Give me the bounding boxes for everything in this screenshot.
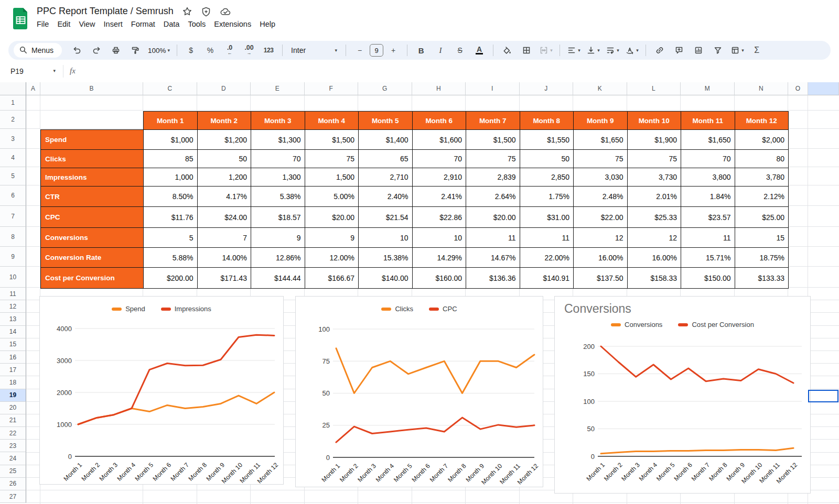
value-cell[interactable]: 16.00% bbox=[574, 248, 628, 268]
row-header-9[interactable]: 9 bbox=[0, 247, 26, 267]
value-cell[interactable]: 14.29% bbox=[412, 248, 466, 268]
month-header-cell[interactable]: Month 8 bbox=[520, 112, 574, 130]
cloud-saved-icon[interactable] bbox=[220, 6, 231, 17]
row-header-27[interactable]: 27 bbox=[0, 490, 26, 503]
fill-color-button[interactable] bbox=[498, 43, 517, 58]
month-header-cell[interactable]: Month 7 bbox=[466, 112, 520, 130]
value-cell[interactable]: $166.67 bbox=[305, 268, 359, 289]
row-header-8[interactable]: 8 bbox=[0, 227, 26, 247]
value-cell[interactable]: 11 bbox=[681, 228, 735, 248]
value-cell[interactable]: 5 bbox=[144, 228, 198, 248]
row-header-23[interactable]: 23 bbox=[0, 440, 26, 452]
value-cell[interactable]: 16.00% bbox=[627, 248, 681, 268]
value-cell[interactable]: 18.75% bbox=[735, 248, 789, 268]
value-cell[interactable]: 2.48% bbox=[574, 187, 628, 207]
chart-spend-impressions[interactable]: 01000200030004000Month 1Month 2Month 3Mo… bbox=[39, 296, 284, 485]
value-cell[interactable]: $160.00 bbox=[412, 268, 466, 289]
menu-data[interactable]: Data bbox=[159, 18, 184, 30]
row-header-3[interactable]: 3 bbox=[0, 129, 26, 149]
row-header-14[interactable]: 14 bbox=[0, 326, 26, 338]
value-cell[interactable]: 8.50% bbox=[144, 187, 198, 207]
menu-insert[interactable]: Insert bbox=[100, 18, 127, 30]
metric-label-cell[interactable]: Conversion Rate bbox=[41, 248, 144, 268]
menu-help[interactable]: Help bbox=[255, 18, 279, 30]
value-cell[interactable]: 12.86% bbox=[251, 248, 305, 268]
value-cell[interactable]: 70 bbox=[681, 150, 735, 168]
row-header-12[interactable]: 12 bbox=[0, 300, 26, 313]
value-cell[interactable]: 15.71% bbox=[681, 248, 735, 268]
value-cell[interactable]: 75 bbox=[466, 150, 520, 168]
redo-button[interactable] bbox=[87, 43, 106, 58]
value-cell[interactable]: 2,850 bbox=[520, 168, 574, 187]
value-cell[interactable]: 2,710 bbox=[359, 168, 413, 187]
menu-format[interactable]: Format bbox=[127, 18, 159, 30]
menu-file[interactable]: File bbox=[33, 18, 53, 30]
zoom-select[interactable]: 100% ▾ bbox=[145, 43, 173, 58]
value-cell[interactable]: 1,200 bbox=[197, 168, 251, 187]
value-cell[interactable]: $18.57 bbox=[251, 207, 305, 228]
row-header-17[interactable]: 17 bbox=[0, 364, 26, 376]
value-cell[interactable]: $1,400 bbox=[359, 130, 413, 150]
decrease-decimal-button[interactable]: .0← bbox=[220, 43, 239, 58]
month-header-cell[interactable]: Month 6 bbox=[412, 112, 466, 130]
value-cell[interactable]: 10 bbox=[412, 228, 466, 248]
metric-label-cell[interactable]: Conversions bbox=[41, 228, 144, 248]
value-cell[interactable]: $1,550 bbox=[520, 130, 574, 150]
value-cell[interactable]: 75 bbox=[305, 150, 359, 168]
value-cell[interactable]: 70 bbox=[412, 150, 466, 168]
value-cell[interactable]: $140.91 bbox=[520, 268, 574, 289]
column-header-e[interactable]: E bbox=[251, 82, 305, 95]
value-cell[interactable]: 1.84% bbox=[681, 187, 735, 207]
value-cell[interactable]: 5.00% bbox=[305, 187, 359, 207]
value-cell[interactable]: 1,300 bbox=[251, 168, 305, 187]
month-header-cell[interactable]: Month 4 bbox=[305, 112, 359, 130]
value-cell[interactable]: $144.44 bbox=[251, 268, 305, 289]
bold-button[interactable]: B bbox=[412, 43, 431, 58]
row-header-20[interactable]: 20 bbox=[0, 402, 26, 414]
name-box[interactable]: P19 ▾ bbox=[7, 67, 59, 75]
month-header-cell[interactable]: Month 11 bbox=[681, 112, 735, 130]
value-cell[interactable]: $158.33 bbox=[627, 268, 681, 289]
row-header-26[interactable]: 26 bbox=[0, 478, 26, 490]
value-cell[interactable]: $11.76 bbox=[144, 207, 198, 228]
value-cell[interactable]: 1,500 bbox=[305, 168, 359, 187]
chart-conversions[interactable]: 050100150200Month 1Month 2Month 3Month 4… bbox=[554, 296, 811, 494]
value-cell[interactable]: 2.40% bbox=[359, 187, 413, 207]
value-cell[interactable]: 70 bbox=[251, 150, 305, 168]
value-cell[interactable]: 3,780 bbox=[735, 168, 789, 187]
insert-chart-button[interactable] bbox=[689, 43, 708, 58]
value-cell[interactable]: $1,500 bbox=[305, 130, 359, 150]
functions-button[interactable]: Σ bbox=[747, 43, 766, 58]
text-rotation-button[interactable]: ▾ bbox=[622, 43, 641, 58]
value-cell[interactable]: 65 bbox=[359, 150, 413, 168]
value-cell[interactable]: $21.54 bbox=[359, 207, 413, 228]
shield-move-icon[interactable] bbox=[201, 6, 211, 17]
column-header-k[interactable]: K bbox=[573, 82, 627, 95]
create-filter-button[interactable] bbox=[708, 43, 727, 58]
value-cell[interactable]: $1,300 bbox=[251, 130, 305, 150]
column-header-g[interactable]: G bbox=[358, 82, 412, 95]
column-header-p-selected[interactable] bbox=[808, 82, 839, 95]
value-cell[interactable]: $22.00 bbox=[574, 207, 628, 228]
undo-button[interactable] bbox=[68, 43, 87, 58]
metric-label-cell[interactable]: CTR bbox=[41, 187, 144, 207]
value-cell[interactable]: $1,650 bbox=[574, 130, 628, 150]
chart-clicks-cpc[interactable]: 0255075100Month 1Month 2Month 3Month 4Mo… bbox=[295, 296, 543, 487]
row-header-25[interactable]: 25 bbox=[0, 465, 26, 478]
paint-format-button[interactable] bbox=[126, 43, 145, 58]
value-cell[interactable]: $150.00 bbox=[681, 268, 735, 289]
value-cell[interactable]: 12.00% bbox=[305, 248, 359, 268]
menu-extensions[interactable]: Extensions bbox=[210, 18, 255, 30]
value-cell[interactable]: 12 bbox=[627, 228, 681, 248]
active-cell-outline[interactable] bbox=[808, 390, 838, 402]
value-cell[interactable]: $2,000 bbox=[735, 130, 789, 150]
month-header-cell[interactable]: Month 3 bbox=[251, 112, 305, 130]
italic-button[interactable]: I bbox=[431, 43, 450, 58]
value-cell[interactable]: 10 bbox=[359, 228, 413, 248]
value-cell[interactable]: 14.67% bbox=[466, 248, 520, 268]
month-header-cell[interactable]: Month 10 bbox=[627, 112, 681, 130]
column-header-i[interactable]: I bbox=[466, 82, 520, 95]
value-cell[interactable]: 15 bbox=[735, 228, 789, 248]
column-header-l[interactable]: L bbox=[627, 82, 681, 95]
text-wrap-button[interactable]: ▾ bbox=[603, 43, 622, 58]
